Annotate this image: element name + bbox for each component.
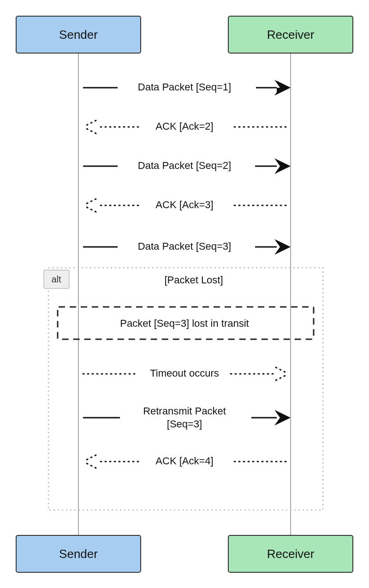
note-text: Packet [Seq=3] lost in transit — [120, 318, 249, 329]
msg-retransmit: Retransmit Packet [Seq=3] — [83, 405, 291, 430]
msg-data-seq2: Data Packet [Seq=2] — [83, 158, 291, 174]
msg-data-seq3: Data Packet [Seq=3] — [83, 239, 291, 255]
svg-text:Timeout occurs: Timeout occurs — [150, 367, 219, 379]
receiver-label-bottom: Receiver — [267, 547, 315, 561]
svg-marker-20 — [274, 239, 291, 255]
sender-label-bottom: Sender — [59, 547, 98, 561]
svg-line-24 — [276, 367, 287, 373]
svg-text:Retransmit Packet: Retransmit Packet — [143, 405, 226, 417]
svg-text:ACK [Ack=4]: ACK [Ack=4] — [155, 455, 213, 467]
svg-text:Data Packet [Seq=3]: Data Packet [Seq=3] — [138, 240, 231, 252]
msg-timeout: Timeout occurs — [83, 367, 287, 380]
svg-line-16 — [85, 206, 96, 212]
msg-ack3: ACK [Ack=3] — [85, 199, 286, 212]
svg-line-15 — [85, 199, 96, 204]
svg-text:[Seq=3]: [Seq=3] — [167, 418, 202, 430]
svg-line-7 — [85, 128, 96, 133]
msg-ack2: ACK [Ack=2] — [85, 120, 286, 133]
msg-ack4: ACK [Ack=4] — [85, 455, 286, 468]
alt-title: [Packet Lost] — [164, 274, 223, 286]
sender-label-top: Sender — [59, 28, 98, 42]
svg-text:ACK [Ack=2]: ACK [Ack=2] — [155, 120, 213, 132]
svg-marker-29 — [274, 410, 291, 426]
svg-line-6 — [85, 120, 96, 126]
svg-text:ACK [Ack=3]: ACK [Ack=3] — [155, 199, 213, 210]
msg-data-seq1: Data Packet [Seq=1] — [83, 80, 291, 96]
alt-tag-label: alt — [51, 274, 61, 284]
svg-line-34 — [85, 455, 96, 461]
svg-line-25 — [276, 375, 287, 380]
sequence-diagram: Sender Receiver Data Packet [Seq=1] ACK … — [0, 0, 369, 588]
alt-frame — [48, 268, 323, 510]
svg-line-35 — [85, 462, 96, 468]
svg-marker-11 — [274, 158, 291, 174]
svg-text:Data Packet [Seq=2]: Data Packet [Seq=2] — [138, 160, 231, 171]
svg-text:Data Packet [Seq=1]: Data Packet [Seq=1] — [138, 81, 231, 93]
receiver-label-top: Receiver — [267, 28, 315, 42]
